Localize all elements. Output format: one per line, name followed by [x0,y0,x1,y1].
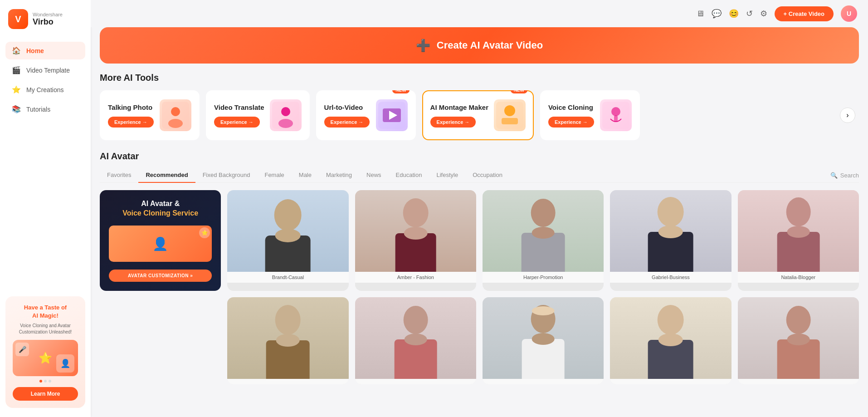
tool-card-voice-cloning-title: Voice Cloning [548,103,595,111]
tutorials-icon: 📚 [12,105,21,113]
promo-title: Have a Taste of AI Magic! [13,304,78,320]
avatar-card-natalia[interactable]: Natalia-Blogger [738,190,859,291]
tool-card-talking-photo[interactable]: Talking Photo Experience → [100,90,200,140]
promo-visual: ⭐ 👤 🎤 [13,340,78,376]
refresh-icon[interactable]: ↺ [746,9,753,19]
tool-card-url-to-video[interactable]: NEW Url-to-Video Experience → [316,90,416,140]
promo-deco: 👤 [56,354,74,373]
user-avatar[interactable]: U [841,5,857,22]
tab-education[interactable]: Education [389,168,429,183]
promo-dot-3 [49,380,51,383]
create-video-button[interactable]: + Create Video [775,6,834,21]
tool-card-video-translate[interactable]: Video Translate Experience → [206,90,310,140]
svg-rect-11 [502,118,518,124]
svg-point-26 [658,226,683,238]
avatar-image-r2c [483,297,604,379]
tool-card-voice-cloning[interactable]: Voice Cloning Experience → [540,90,640,140]
tool-card-talking-photo-info: Talking Photo Experience → [108,103,154,128]
tool-card-url-to-video-title: Url-to-Video [324,103,371,111]
svg-point-42 [658,334,683,346]
svg-point-1 [171,107,180,116]
ai-montage-experience-button[interactable]: Experience → [430,117,476,128]
sidebar-item-home[interactable]: 🏠 Home [5,42,85,59]
emoji-icon[interactable]: 😊 [729,9,739,19]
svg-point-24 [658,197,684,227]
grid-icon[interactable]: ⚙ [760,9,767,19]
avatar-card-r2a[interactable] [227,297,348,384]
avatar-name-r2e [738,379,859,384]
avatar-svg-r2c [483,297,604,379]
avatar-search[interactable]: 🔍 Search [830,172,859,179]
tab-male[interactable]: Male [292,168,319,183]
talking-photo-experience-button[interactable]: Experience → [108,117,154,128]
tools-next-button[interactable]: › [840,108,855,123]
learn-more-button[interactable]: Learn More [13,387,78,401]
tool-card-ai-montage-title: AI Montage Maker [430,103,488,111]
tab-news[interactable]: News [359,168,389,183]
svg-point-29 [787,226,809,238]
monitor-icon[interactable]: 🖥 [696,9,704,19]
svg-point-45 [787,334,809,345]
logo-brand: Wondershare [33,12,63,17]
svg-point-35 [404,334,427,345]
avatar-svg-harper [483,190,604,272]
promo-dot-2 [44,380,47,383]
sidebar-item-my-creations-label: My Creations [26,86,63,93]
avatar-card-amber[interactable]: Amber - Fashion [355,190,476,291]
app-logo: V Wondershare Virbo [0,0,91,38]
hero-label: Create AI Avatar Video [437,39,543,51]
home-icon: 🏠 [12,46,21,55]
video-translate-experience-button[interactable]: Experience → [214,117,260,128]
tab-occupation[interactable]: Occupation [465,168,510,183]
chevron-right-icon: › [846,111,848,119]
url-to-video-experience-button[interactable]: Experience → [324,117,370,128]
avatar-card-harper[interactable]: Harper-Promotion [483,190,604,291]
talking-photo-svg [162,102,189,129]
logo-name: Virbo [33,17,63,27]
promo-dots [13,380,78,383]
avatar-name-harper: Harper-Promotion [483,272,604,283]
avatar-card-r2c[interactable] [483,297,604,384]
svg-point-32 [276,334,300,347]
avatar-svg-r2b [355,297,476,379]
talking-photo-image [160,99,191,131]
avatar-card-brandt[interactable]: Brandt-Casual [227,190,348,291]
avatar-card-r2b[interactable] [355,297,476,384]
tool-card-ai-montage[interactable]: NEW AI Montage Maker Experience → [422,90,534,140]
service-promo-card[interactable]: AI Avatar & Voice Cloning Service 👤 ⭐ AV… [100,190,221,291]
avatar-customization-button[interactable]: AVATAR CUSTOMIZATION » [109,270,212,282]
svg-point-13 [611,107,620,116]
tab-marketing[interactable]: Marketing [319,168,359,183]
avatar-image-brandt [227,190,348,272]
sidebar-item-my-creations[interactable]: ⭐ My Creations [5,81,85,98]
voice-cloning-experience-button[interactable]: Experience → [548,117,594,128]
avatar-svg-natalia [738,190,859,272]
video-translate-image [270,99,302,131]
promo-deco2: 🎤 [15,343,29,356]
sidebar-item-tutorials[interactable]: 📚 Tutorials [5,100,85,118]
tab-favorites[interactable]: Favorites [100,168,138,183]
logo-icon: V [8,9,28,29]
sidebar-item-video-template[interactable]: 🎬 Video Template [5,61,85,79]
video-translate-svg [272,102,299,129]
avatar-svg-brandt [227,190,348,272]
tab-fixed-background[interactable]: Fixed Background [195,168,258,183]
tab-female[interactable]: Female [257,168,291,183]
avatar-card-r2e[interactable] [738,297,859,384]
avatar-name-natalia: Natalia-Blogger [738,272,859,283]
tool-card-video-translate-title: Video Translate [214,103,264,111]
voice-cloning-svg [602,102,629,129]
avatar-card-r2d[interactable] [610,297,731,384]
tab-recommended[interactable]: Recommended [138,168,195,183]
search-icon: 🔍 [830,172,838,179]
svg-point-20 [404,227,427,240]
svg-point-33 [403,306,428,334]
ai-montage-svg [496,102,523,129]
chat-icon[interactable]: 💬 [712,9,722,19]
avatar-image-amber [355,190,476,272]
tab-lifestyle[interactable]: Lifestyle [429,168,465,183]
url-to-video-new-badge: NEW [392,90,409,93]
avatar-card-gabriel[interactable]: Gabriel-Business [610,190,731,291]
sidebar: V Wondershare Virbo 🏠 Home 🎬 Video Templ… [0,0,91,417]
hero-banner[interactable]: ➕ Create AI Avatar Video [100,27,859,64]
